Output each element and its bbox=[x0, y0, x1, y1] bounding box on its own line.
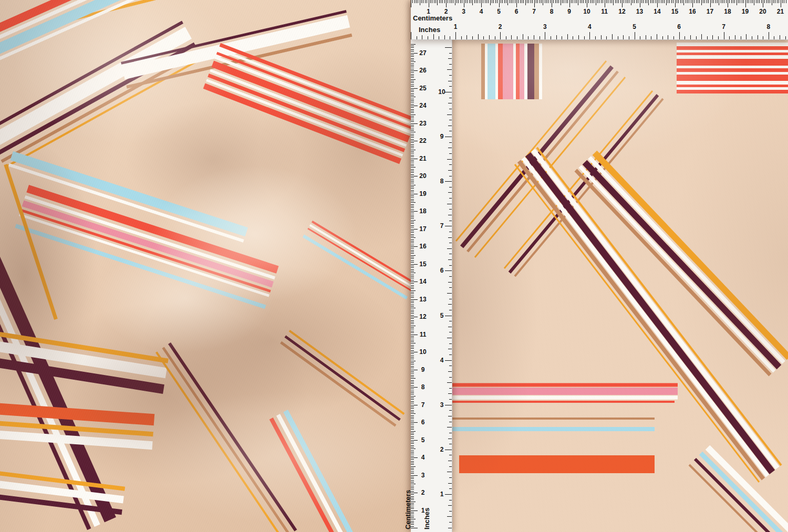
cm-tick bbox=[553, 0, 554, 3]
inch-tick bbox=[472, 36, 473, 39]
cm-tick bbox=[411, 61, 416, 62]
cm-tick bbox=[411, 445, 414, 446]
cm-tick bbox=[411, 169, 414, 170]
cm-tick bbox=[507, 0, 508, 5]
cm-tick bbox=[411, 380, 414, 381]
cm-tick bbox=[411, 157, 414, 157]
cm-tick bbox=[411, 125, 414, 126]
cm-tick bbox=[411, 412, 414, 412]
cm-number: 1 bbox=[421, 507, 425, 514]
cm-tick bbox=[411, 475, 418, 476]
patch-stripe bbox=[520, 44, 524, 99]
cm-tick bbox=[497, 0, 497, 3]
cm-tick bbox=[411, 368, 414, 368]
cm-tick bbox=[411, 239, 414, 240]
cm-tick bbox=[411, 434, 414, 435]
cm-number: 15 bbox=[671, 8, 678, 15]
inch-tick bbox=[447, 382, 452, 383]
cm-tick bbox=[411, 472, 414, 472]
cm-tick bbox=[411, 348, 414, 349]
cm-tick bbox=[784, 0, 784, 3]
cm-tick bbox=[411, 148, 414, 148]
cm-tick bbox=[411, 162, 414, 162]
cm-tick bbox=[777, 0, 777, 3]
cm-tick bbox=[411, 403, 414, 403]
cm-tick bbox=[411, 79, 416, 80]
cm-tick bbox=[643, 0, 644, 3]
inch-tick bbox=[448, 304, 452, 305]
band-stripe bbox=[677, 43, 788, 46]
cm-tick bbox=[528, 0, 529, 3]
patch-stripe bbox=[539, 44, 542, 99]
cm-number: 8 bbox=[550, 8, 554, 15]
cm-number: 4 bbox=[421, 454, 425, 461]
inch-tick bbox=[718, 36, 719, 39]
cm-number: 13 bbox=[419, 296, 426, 302]
inch-tick bbox=[449, 500, 452, 500]
cm-tick bbox=[754, 0, 754, 5]
cm-number: 17 bbox=[707, 8, 713, 15]
cm-tick bbox=[411, 139, 414, 140]
cm-tick bbox=[645, 0, 646, 3]
inch-tick bbox=[640, 36, 640, 39]
cm-number: 7 bbox=[421, 402, 425, 408]
cm-tick bbox=[629, 0, 629, 3]
cm-tick bbox=[411, 473, 414, 474]
inch-number: 4 bbox=[440, 357, 444, 363]
cm-tick bbox=[751, 0, 751, 3]
cm-tick bbox=[411, 477, 414, 477]
cm-tick bbox=[427, 0, 427, 3]
cm-number: 18 bbox=[724, 8, 731, 15]
cm-tick bbox=[411, 288, 414, 289]
inch-tick bbox=[701, 34, 702, 39]
inch-tick bbox=[448, 349, 452, 349]
cm-tick bbox=[411, 255, 416, 256]
cm-tick bbox=[411, 375, 414, 375]
cm-tick bbox=[499, 0, 500, 7]
cm-tick bbox=[411, 185, 416, 185]
inch-tick bbox=[444, 35, 445, 39]
cm-tick bbox=[411, 305, 414, 305]
cm-tick bbox=[411, 438, 414, 439]
cm-tick bbox=[411, 223, 414, 224]
cm-number: 1 bbox=[427, 8, 430, 15]
cm-tick bbox=[411, 470, 414, 470]
cm-tick bbox=[411, 278, 414, 278]
cm-tick bbox=[627, 0, 628, 3]
cm-tick bbox=[411, 297, 414, 298]
cm-tick bbox=[411, 135, 414, 136]
cm-tick bbox=[411, 523, 414, 523]
cm-tick bbox=[411, 487, 414, 488]
cm-tick bbox=[442, 0, 443, 3]
cm-tick bbox=[411, 267, 414, 268]
band-stripe bbox=[677, 50, 788, 53]
cm-tick bbox=[411, 320, 414, 321]
inch-tick bbox=[707, 36, 708, 39]
cm-tick bbox=[603, 0, 603, 3]
fabric-stripe-group bbox=[203, 43, 411, 164]
cm-tick bbox=[548, 0, 548, 3]
inch-tick bbox=[741, 36, 741, 39]
inch-tick bbox=[448, 192, 452, 193]
cm-tick bbox=[411, 311, 414, 312]
cm-tick bbox=[411, 99, 414, 99]
cm-tick bbox=[525, 0, 526, 5]
cm-tick bbox=[764, 0, 765, 3]
cm-tick bbox=[436, 0, 436, 3]
cm-tick bbox=[537, 0, 538, 3]
cm-tick bbox=[743, 0, 744, 3]
cm-tick bbox=[411, 322, 414, 322]
cm-tick bbox=[592, 0, 593, 3]
cm-tick bbox=[495, 0, 496, 3]
cm-tick bbox=[411, 370, 418, 370]
patch-stripe bbox=[527, 44, 534, 99]
cm-tick bbox=[451, 0, 452, 3]
cm-tick bbox=[698, 0, 698, 3]
cm-tick bbox=[411, 51, 414, 51]
cm-tick bbox=[411, 431, 416, 432]
cm-tick bbox=[411, 405, 418, 405]
cm-tick bbox=[411, 452, 414, 453]
inch-tick bbox=[696, 36, 697, 39]
cm-tick bbox=[411, 93, 414, 94]
cm-tick bbox=[558, 0, 559, 3]
